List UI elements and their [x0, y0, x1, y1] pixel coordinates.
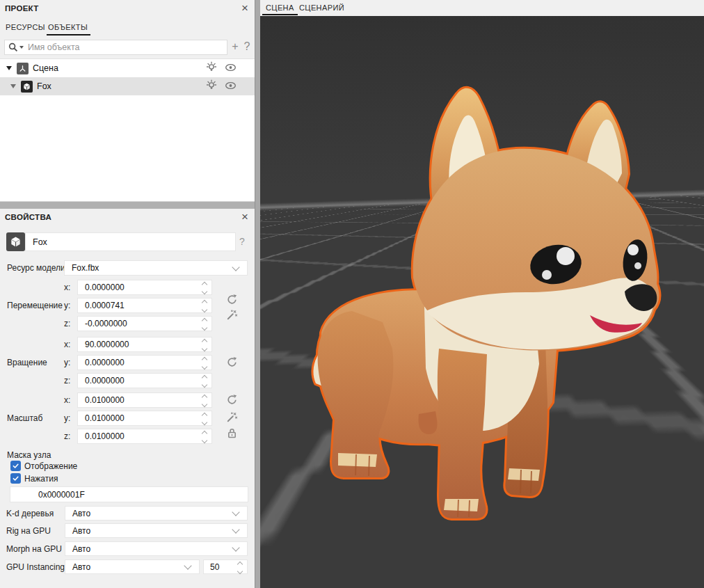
search-icon[interactable]: [8, 42, 24, 52]
help-button[interactable]: ?: [239, 236, 245, 247]
axis-label-z: z:: [64, 431, 75, 441]
checkbox-label: Нажатия: [24, 474, 58, 484]
search-input[interactable]: [28, 42, 227, 52]
spinner-up-icon[interactable]: [202, 318, 207, 324]
scene-axes-icon: [17, 63, 29, 74]
project-panel-title: ПРОЕКТ: [5, 4, 39, 13]
translation-y-field[interactable]: 0.0000741: [77, 298, 212, 313]
spinner-down-icon[interactable]: [202, 437, 207, 443]
lock-uniform-scale-icon[interactable]: [227, 427, 239, 439]
rig-gpu-select[interactable]: Авто: [65, 523, 248, 538]
spinner-up-icon[interactable]: [202, 282, 207, 287]
tree-row-scene[interactable]: Сцена: [0, 59, 255, 77]
spinner-down-icon[interactable]: [202, 345, 207, 351]
rig-gpu-label: Rig на GPU: [6, 526, 51, 536]
close-icon[interactable]: ×: [239, 211, 250, 223]
spinner-down-icon[interactable]: [202, 419, 207, 424]
spinner-down-icon[interactable]: [237, 568, 243, 573]
axis-label-z: z:: [64, 319, 75, 328]
model-resource-select[interactable]: Fox.fbx: [64, 260, 248, 276]
spinner-down-icon[interactable]: [202, 363, 207, 369]
tab-resources[interactable]: РЕСУРСЫ: [6, 23, 45, 31]
chevron-down-icon: [184, 562, 191, 569]
spinner-up-icon[interactable]: [202, 413, 207, 418]
scale-x-field[interactable]: 0.0100000: [77, 392, 212, 408]
help-button[interactable]: ?: [241, 40, 253, 53]
checkbox-row-display[interactable]: Отображение: [10, 461, 77, 471]
reset-scale-icon[interactable]: [226, 394, 238, 406]
node-mask-hex-field[interactable]: [10, 486, 248, 502]
search-filter-dropdown-icon[interactable]: [19, 46, 24, 49]
gpu-instancing-count-field[interactable]: [203, 559, 248, 574]
gpu-instancing-select[interactable]: Авто: [65, 559, 200, 574]
properties-panel-title: СВОЙСТВА: [5, 213, 51, 221]
translation-z-field[interactable]: -0.0000000: [77, 316, 212, 331]
spinner-down-icon[interactable]: [202, 306, 207, 312]
auto-translation-wand-icon[interactable]: [226, 309, 238, 321]
chevron-down-icon: [232, 263, 239, 271]
checkbox-checked-icon[interactable]: [10, 473, 21, 484]
visibility-toggle-icon[interactable]: [225, 80, 237, 93]
auto-scale-wand-icon[interactable]: [226, 411, 238, 423]
spinner-up-icon[interactable]: [237, 562, 243, 567]
object-search-field[interactable]: [4, 40, 227, 55]
spinner-down-icon[interactable]: [202, 288, 207, 294]
chevron-down-icon: [232, 508, 239, 516]
translation-x-field[interactable]: 0.0000000: [77, 280, 212, 295]
checkbox-checked-icon[interactable]: [10, 461, 21, 471]
light-toggle-icon[interactable]: [206, 61, 217, 76]
chevron-down-icon: [232, 543, 239, 551]
axis-label-y: y:: [64, 358, 75, 367]
tab-scenario[interactable]: СЦЕНАРИЙ: [299, 3, 344, 12]
kd-trees-value: Авто: [65, 509, 233, 518]
axis-label-x: x:: [64, 395, 75, 405]
expander-icon[interactable]: [10, 84, 16, 88]
scale-z-field[interactable]: 0.0100000: [77, 429, 212, 444]
project-panel: ПРОЕКТ × РЕСУРСЫ ОБЪЕКТЫ + ?: [0, 0, 255, 19]
node-mask-hex-input[interactable]: [10, 487, 275, 502]
checkbox-row-clicks[interactable]: Нажатия: [10, 473, 58, 484]
ground-grid: [260, 16, 704, 588]
tab-objects[interactable]: ОБЪЕКТЫ: [48, 23, 88, 31]
spinner-up-icon[interactable]: [202, 375, 207, 381]
spinner-up-icon[interactable]: [202, 431, 207, 436]
morph-gpu-select[interactable]: Авто: [65, 541, 248, 556]
scene-object-tree: Сцена: [0, 58, 255, 201]
expander-icon[interactable]: [6, 66, 12, 70]
light-toggle-icon[interactable]: [206, 79, 217, 94]
spinner-up-icon[interactable]: [202, 395, 207, 400]
object-name-input[interactable]: [26, 233, 242, 251]
rotation-y-field[interactable]: 0.0000000: [77, 355, 212, 370]
project-panel-header: ПРОЕКТ ×: [0, 0, 255, 19]
rotation-z-value: 0.0000000: [78, 374, 211, 388]
panel-resize-handle[interactable]: [255, 0, 260, 588]
close-icon[interactable]: ×: [239, 2, 250, 15]
spinner-down-icon[interactable]: [202, 401, 207, 406]
visibility-toggle-icon[interactable]: [225, 62, 237, 74]
spinner-down-icon[interactable]: [202, 381, 207, 387]
morph-gpu-label: Morph на GPU: [6, 544, 62, 554]
scale-y-field[interactable]: 0.0100000: [77, 411, 212, 426]
spinner-up-icon[interactable]: [202, 300, 207, 305]
axis-label-y: y:: [64, 301, 75, 310]
tree-item-label: Fox: [37, 81, 51, 91]
spinner-up-icon[interactable]: [202, 357, 207, 363]
rotation-z-field[interactable]: 0.0000000: [77, 373, 212, 388]
reset-translation-icon[interactable]: [226, 294, 238, 305]
tree-row-fox[interactable]: Fox: [0, 77, 255, 95]
gpu-instancing-count-input[interactable]: [204, 561, 234, 574]
scene-viewport[interactable]: [260, 16, 704, 588]
tab-scene[interactable]: СЦЕНА: [266, 3, 294, 12]
rotation-x-field[interactable]: 90.0000000: [77, 337, 212, 352]
object-name-field[interactable]: [25, 232, 236, 251]
spinner-down-icon[interactable]: [202, 324, 207, 330]
kd-trees-select[interactable]: Авто: [65, 506, 248, 521]
add-object-button[interactable]: +: [230, 40, 241, 53]
spinner-up-icon[interactable]: [202, 339, 207, 344]
scale-y-value: 0.0100000: [78, 411, 211, 425]
rotation-x-value: 90.0000000: [78, 337, 211, 351]
axis-label-y: y:: [64, 413, 75, 423]
rig-gpu-value: Авто: [65, 526, 233, 536]
reset-rotation-icon[interactable]: [226, 356, 238, 368]
properties-panel: СВОЙСТВА × ? Ресурс модели Fox.fbx Пер: [0, 209, 255, 588]
